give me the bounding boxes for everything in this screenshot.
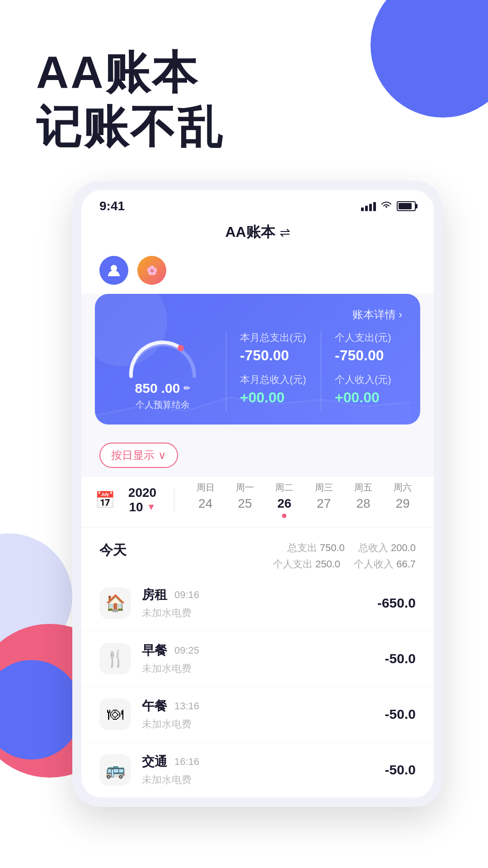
edit-icon[interactable]: ✏ (183, 383, 190, 393)
tx-amount-2: -50.0 (385, 707, 416, 722)
gauge-svg (122, 331, 203, 385)
total-income-label: 本月总收入(元) (240, 373, 307, 387)
total-expense-label: 本月总支出(元) (240, 331, 307, 344)
calendar-day-29[interactable]: 周六 29 (387, 481, 418, 518)
personal-expense-item: 个人支出(元) -750.00 (335, 331, 402, 364)
personal-expense-value: -750.00 (335, 347, 402, 364)
day-dot-26 (282, 514, 286, 518)
calendar-day-28[interactable]: 周五 28 (347, 481, 379, 518)
avatar-blue[interactable] (99, 256, 128, 285)
card-detail-link[interactable]: 账本详情 › (113, 307, 402, 322)
calendar-day-24[interactable]: 周日 24 (190, 481, 221, 518)
days-container: 周日 24 周一 25 周二 26 周三 27 周五 28 周六 29 (188, 481, 420, 518)
tx-details-3: 交通 16:16 未加水电费 (142, 753, 374, 787)
tx-details-0: 房租 09:16 未加水电费 (142, 586, 366, 620)
transactions-container: 🏠 房租 09:16 未加水电费 -650.0 🍴 早餐 09:25 未加水电费… (81, 576, 434, 798)
today-stat-line-2: 个人支出 250.0 个人收入 66.7 (273, 557, 416, 571)
filter-row: 按日显示 ∨ (81, 434, 434, 477)
hero-title-line2: 记账不乱 (36, 99, 452, 154)
total-expense-value: -750.00 (240, 347, 307, 364)
month-arrow-icon: ▼ (147, 502, 156, 512)
calendar-day-25[interactable]: 周一 25 (229, 481, 261, 518)
total-expense-item: 本月总支出(元) -750.00 (240, 331, 307, 364)
transaction-item-1[interactable]: 🍴 早餐 09:25 未加水电费 -50.0 (81, 631, 434, 687)
wifi-icon (380, 200, 392, 212)
calendar-row: 📅 2020 10 ▼ 周日 24 周一 25 周二 (81, 477, 434, 528)
tx-amount-0: -650.0 (377, 595, 416, 611)
switch-icon[interactable]: ⇌ (280, 225, 290, 240)
avatars-row: 🌸 (81, 251, 434, 294)
gauge-label: 个人预算结余 (136, 399, 190, 411)
svg-point-2 (178, 345, 184, 351)
tx-details-1: 早餐 09:25 未加水电费 (142, 642, 374, 675)
phone-frame: 9:41 (72, 181, 443, 807)
filter-button[interactable]: 按日显示 ∨ (99, 443, 178, 468)
calendar-icon[interactable]: 📅 (95, 491, 115, 509)
month-text: 10 ▼ (129, 500, 156, 514)
today-section: 今天 总支出 750.0 总收入 200.0 (81, 528, 434, 576)
phone-mockup: 9:41 (72, 181, 443, 807)
personal-income-stat-label: 个人收入 66.7 (354, 557, 416, 571)
transaction-item-3[interactable]: 🚌 交通 16:16 未加水电费 -50.0 (81, 742, 434, 798)
tx-icon-0: 🏠 (99, 587, 131, 619)
tx-icon-3: 🚌 (99, 754, 131, 786)
blue-card: 账本详情 › (95, 294, 420, 425)
today-stats: 总支出 750.0 总收入 200.0 个人支出 250.0 (273, 541, 416, 571)
transaction-item-2[interactable]: 🍽 午餐 13:16 未加水电费 -50.0 (81, 687, 434, 742)
personal-income-label: 个人收入(元) (335, 373, 402, 387)
gauge-value: 850 .00 ✏ (135, 381, 191, 396)
tx-icon-2: 🍽 (99, 698, 131, 730)
today-stat-line-1: 总支出 750.0 总收入 200.0 (287, 541, 416, 555)
avatar-orange[interactable]: 🌸 (137, 256, 166, 285)
battery-icon (397, 201, 416, 211)
today-label: 今天 (99, 541, 127, 560)
phone-screen: 9:41 (81, 190, 434, 798)
cal-divider (174, 489, 174, 511)
status-icons (361, 200, 416, 212)
calendar-day-27[interactable]: 周三 27 (308, 481, 340, 518)
signal-icon (361, 201, 376, 211)
hero-section: AA账本 记账不乱 (0, 0, 488, 181)
tx-icon-1: 🍴 (99, 643, 131, 675)
svg-point-0 (111, 265, 117, 271)
app-title: AA账本 (225, 222, 275, 242)
transaction-item-0[interactable]: 🏠 房租 09:16 未加水电费 -650.0 (81, 576, 434, 631)
total-expense-stat-label: 总支出 750.0 (287, 541, 345, 555)
calendar-day-26[interactable]: 周二 26 (268, 481, 300, 518)
total-income-stat-label: 总收入 200.0 (358, 541, 416, 555)
personal-expense-label: 个人支出(元) (335, 331, 402, 344)
year-text: 2020 (128, 486, 156, 500)
status-bar: 9:41 (81, 190, 434, 218)
gauge-section: 850 .00 ✏ 个人预算结余 (113, 331, 212, 411)
status-time: 9:41 (99, 199, 125, 213)
tx-amount-1: -50.0 (385, 651, 416, 666)
app-header: AA账本 ⇌ (81, 218, 434, 251)
year-month[interactable]: 2020 10 ▼ (124, 486, 160, 514)
tx-details-2: 午餐 13:16 未加水电费 (142, 698, 374, 731)
today-header: 今天 总支出 750.0 总收入 200.0 (99, 541, 416, 571)
personal-expense-stat-label: 个人支出 250.0 (273, 557, 340, 571)
hero-title-line1: AA账本 (36, 45, 452, 99)
tx-amount-3: -50.0 (385, 762, 416, 778)
